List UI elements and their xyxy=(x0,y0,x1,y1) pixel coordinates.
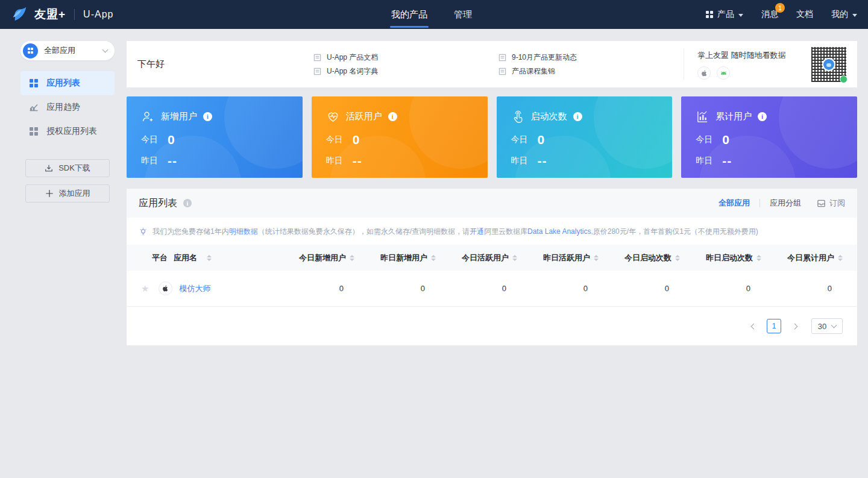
brand[interactable]: 友盟+ xyxy=(11,5,66,24)
cell-total-today: 0 xyxy=(761,284,843,293)
download-icon xyxy=(45,164,53,172)
stat-card-launches: 启动次数 i 今日0 昨日-- xyxy=(497,96,673,178)
subscribe-icon xyxy=(817,199,826,208)
today-label: 今日 xyxy=(511,134,528,145)
favorite-star-icon[interactable]: ★ xyxy=(141,283,149,294)
cell-launch-yesterday: 0 xyxy=(680,284,761,293)
document-icon xyxy=(313,68,321,75)
nav-docs-label: 文档 xyxy=(796,9,813,20)
chevron-down-icon xyxy=(831,322,837,329)
sdk-download-button[interactable]: SDK下载 xyxy=(25,159,110,177)
stat-title: 累计用户 xyxy=(715,111,752,122)
qr-mascot-icon xyxy=(822,58,835,71)
info-icon[interactable]: i xyxy=(183,199,192,207)
doc-link-label: 产品课程集锦 xyxy=(512,66,555,77)
sidebar-buttons: SDK下载 添加应用 xyxy=(0,159,127,203)
notice-seg: 阿里云数据库 xyxy=(484,227,527,236)
filter-all-apps[interactable]: 全部应用 xyxy=(719,198,750,209)
sidebar: 全部应用 应用列表 应用趋势 授权应用列表 SDK下载 添加应用 xyxy=(0,29,127,478)
column-header-launch-yesterday[interactable]: 昨日启动次数 xyxy=(680,253,761,263)
filter-app-groups[interactable]: 应用分组 xyxy=(770,198,801,209)
today-value: 0 xyxy=(353,133,360,147)
qr-code xyxy=(811,47,846,82)
sidebar-item-label: 应用列表 xyxy=(46,78,80,89)
tab-management[interactable]: 管理 xyxy=(454,0,472,29)
page-number-button[interactable]: 1 xyxy=(767,319,781,333)
nav-account-menu[interactable]: 我的 xyxy=(831,9,857,20)
doc-link-glossary[interactable]: U-App 名词字典 xyxy=(313,66,498,77)
app-list-card: 应用列表 i 全部应用 应用分组 订阅 我们为您免费存储1年内明细数据（统计结果… xyxy=(127,189,857,345)
top-navbar: 友盟+ U-App 我的产品 管理 产品 消息 1 文档 我的 xyxy=(0,0,868,29)
add-app-label: 添加应用 xyxy=(59,188,90,199)
chevron-right-icon xyxy=(791,323,797,329)
caret-down-icon xyxy=(738,14,743,17)
subscribe-label: 订阅 xyxy=(829,198,845,209)
caret-down-icon xyxy=(852,14,857,17)
brand-divider xyxy=(74,9,75,20)
sdk-download-label: SDK下载 xyxy=(58,163,90,174)
greeting-card: 下午好 U-App 产品文档 U-App 名词字典 9-10月产品更新动态 产品… xyxy=(127,41,857,87)
notice-link-detail-data[interactable]: 明细数据 xyxy=(229,227,258,236)
col-name-label: 应用名 xyxy=(174,253,197,263)
stat-card-total-users: 累计用户 i 今日0 昨日-- xyxy=(681,96,857,178)
today-label: 今日 xyxy=(326,134,343,145)
app-selector-dropdown[interactable]: 全部应用 xyxy=(20,41,115,60)
column-header-active-today[interactable]: 今日活跃用户 xyxy=(436,253,517,263)
doc-link-courses[interactable]: 产品课程集锦 xyxy=(498,66,684,77)
doc-link-product-updates[interactable]: 9-10月产品更新动态 xyxy=(498,52,684,63)
sidebar-item-authorized-apps[interactable]: 授权应用列表 xyxy=(20,119,115,143)
info-icon[interactable]: i xyxy=(388,112,397,121)
nav-messages[interactable]: 消息 1 xyxy=(761,9,778,20)
notice-seg: 我们为您免费存储1年内 xyxy=(153,227,229,236)
sort-icon xyxy=(675,255,680,261)
next-page-button[interactable] xyxy=(787,319,802,333)
store-icons xyxy=(697,66,786,80)
qr-badge-icon xyxy=(840,75,848,83)
android-icon[interactable] xyxy=(717,66,730,80)
prev-page-button[interactable] xyxy=(746,319,761,333)
notice-link-activate[interactable]: 开通 xyxy=(470,227,484,236)
column-header-new-yesterday[interactable]: 昨日新增用户 xyxy=(354,253,436,263)
yesterday-label: 昨日 xyxy=(141,156,158,166)
app-name-link[interactable]: 模仿大师 xyxy=(179,283,210,294)
apple-icon[interactable] xyxy=(697,66,711,80)
notice-seg: （统计结果数据免费永久保存），如需永久储存/查询明细数据，请 xyxy=(258,227,470,236)
page-size-select[interactable]: 30 xyxy=(811,318,843,334)
subscribe-button[interactable]: 订阅 xyxy=(817,198,845,209)
notice-link-dla[interactable]: Data Lake Analytics xyxy=(527,227,591,236)
apps-grid-icon xyxy=(706,11,713,18)
all-apps-icon xyxy=(23,43,38,58)
cell-new-yesterday: 0 xyxy=(354,284,436,293)
sidebar-item-app-list[interactable]: 应用列表 xyxy=(20,71,115,95)
table-row: ★ 模仿大师 0 0 0 0 0 0 0 xyxy=(127,271,857,307)
yesterday-value: -- xyxy=(538,154,547,168)
info-icon[interactable]: i xyxy=(573,112,582,121)
yesterday-value: -- xyxy=(353,154,362,168)
doc-link-product-docs[interactable]: U-App 产品文档 xyxy=(313,52,498,63)
column-header-new-today[interactable]: 今日新增用户 xyxy=(273,253,354,263)
nav-docs[interactable]: 文档 xyxy=(796,9,813,20)
column-header-active-yesterday[interactable]: 昨日活跃用户 xyxy=(517,253,599,263)
nav-products-menu[interactable]: 产品 xyxy=(706,9,743,20)
column-header-platform-name[interactable]: 平台 应用名 xyxy=(141,253,273,263)
column-header-launch-today[interactable]: 今日启动次数 xyxy=(599,253,680,263)
heart-pulse-icon xyxy=(326,110,340,124)
info-icon[interactable]: i xyxy=(203,112,212,121)
column-header-total-today[interactable]: 今日累计用户 xyxy=(761,253,843,263)
plus-icon xyxy=(45,189,54,198)
info-icon[interactable]: i xyxy=(758,112,767,121)
yesterday-value: -- xyxy=(168,154,177,168)
chevron-left-icon xyxy=(750,323,756,329)
sidebar-item-app-trend[interactable]: 应用趋势 xyxy=(20,95,115,119)
cell-launch-today: 0 xyxy=(599,284,680,293)
today-value: 0 xyxy=(722,133,730,147)
today-value: 0 xyxy=(168,133,175,147)
add-app-button[interactable]: 添加应用 xyxy=(25,184,110,203)
sort-icon xyxy=(594,255,599,261)
notice-text: 我们为您免费存储1年内明细数据（统计结果数据免费永久保存），如需永久储存/查询明… xyxy=(153,227,758,237)
document-icon xyxy=(313,54,321,61)
tab-my-products[interactable]: 我的产品 xyxy=(391,0,427,29)
stat-title: 启动次数 xyxy=(531,111,567,122)
vertical-divider xyxy=(684,49,684,80)
sort-icon xyxy=(512,255,517,261)
